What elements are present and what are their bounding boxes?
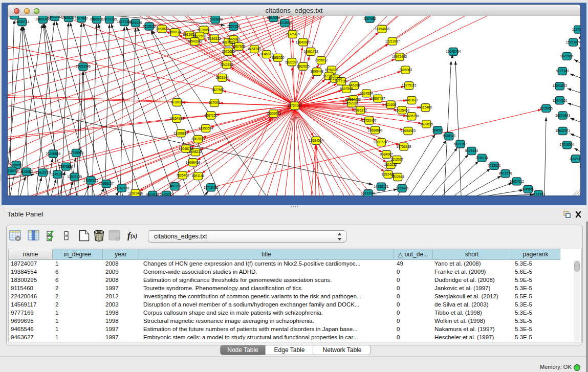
- svg-text:10807487: 10807487: [371, 97, 385, 100]
- svg-text:3915479: 3915479: [8, 169, 18, 172]
- svg-text:19166827: 19166827: [173, 132, 188, 135]
- svg-text:12093872: 12093872: [552, 84, 567, 87]
- svg-text:15751074: 15751074: [566, 40, 580, 44]
- svg-text:11325419: 11325419: [286, 32, 300, 36]
- svg-text:8215955: 8215955: [540, 106, 553, 110]
- svg-text:8226058: 8226058: [198, 28, 211, 32]
- svg-text:9699695: 9699695: [420, 122, 433, 126]
- svg-text:9827503: 9827503: [193, 34, 207, 38]
- svg-text:3624554: 3624554: [360, 92, 373, 95]
- svg-text:18910532: 18910532: [48, 16, 62, 18]
- svg-text:10653257: 10653257: [61, 16, 76, 19]
- svg-text:7632621: 7632621: [488, 164, 501, 167]
- svg-text:19654923: 19654923: [401, 129, 416, 133]
- svg-text:17957225: 17957225: [83, 179, 98, 182]
- svg-text:18807249: 18807249: [374, 140, 388, 144]
- svg-text:10719185: 10719185: [102, 17, 117, 21]
- svg-text:20206536: 20206536: [46, 152, 60, 156]
- svg-text:9463627: 9463627: [405, 98, 419, 102]
- svg-text:8186323: 8186323: [208, 37, 221, 40]
- svg-text:1167534: 1167534: [570, 157, 580, 161]
- svg-text:621605: 621605: [385, 103, 397, 106]
- svg-text:9474444: 9474444: [465, 149, 478, 152]
- svg-text:16495758: 16495758: [404, 114, 419, 118]
- svg-text:2367608: 2367608: [232, 45, 246, 48]
- svg-text:7515526: 7515526: [143, 25, 156, 28]
- svg-text:12923446: 12923446: [128, 191, 143, 195]
- svg-text:1615132: 1615132: [384, 163, 398, 166]
- svg-text:10973493: 10973493: [392, 55, 407, 58]
- svg-text:9457791: 9457791: [168, 184, 182, 188]
- svg-text:2803144: 2803144: [216, 76, 229, 79]
- svg-text:5322037: 5322037: [285, 60, 298, 64]
- svg-text:8454749: 8454749: [248, 47, 261, 51]
- svg-text:5938923: 5938923: [443, 134, 456, 138]
- svg-text:7485063: 7485063: [399, 68, 412, 72]
- svg-text:9777169: 9777169: [335, 79, 348, 83]
- svg-text:9242848: 9242848: [220, 63, 233, 67]
- svg-text:8367833: 8367833: [191, 137, 205, 141]
- svg-text:8990448: 8990448: [311, 70, 324, 73]
- svg-text:9267150: 9267150: [205, 114, 218, 117]
- svg-text:8836974: 8836974: [8, 16, 21, 17]
- svg-text:10958127: 10958127: [99, 182, 114, 185]
- svg-text:16543382: 16543382: [187, 39, 202, 43]
- svg-text:8813054: 8813054: [267, 16, 280, 19]
- svg-text:10782759: 10782759: [114, 186, 129, 190]
- svg-text:2945012: 2945012: [160, 193, 173, 196]
- svg-text:1115682: 1115682: [20, 170, 33, 173]
- svg-text:19654933: 19654933: [169, 117, 184, 120]
- svg-text:7955812: 7955812: [315, 58, 328, 62]
- svg-text:2522544: 2522544: [391, 175, 405, 179]
- svg-text:17359924: 17359924: [69, 151, 84, 155]
- svg-text:12444151: 12444151: [552, 99, 567, 102]
- svg-text:13975887: 13975887: [58, 165, 73, 168]
- svg-text:18724007: 18724007: [287, 104, 302, 107]
- svg-text:10688609: 10688609: [368, 128, 383, 132]
- svg-text:20053346: 20053346: [76, 64, 91, 68]
- svg-text:8498222: 8498222: [189, 150, 202, 154]
- svg-text:19218506: 19218506: [277, 21, 292, 25]
- svg-text:14136141: 14136141: [374, 185, 388, 188]
- svg-text:10233041: 10233041: [361, 191, 376, 195]
- svg-text:1018073: 1018073: [170, 100, 184, 104]
- svg-text:1117384: 1117384: [572, 28, 580, 31]
- svg-text:20364456: 20364456: [346, 98, 361, 101]
- svg-text:10154838: 10154838: [375, 27, 389, 31]
- svg-text:9524512: 9524512: [146, 193, 160, 196]
- svg-text:1612077: 1612077: [390, 158, 404, 161]
- svg-text:7663822: 7663822: [156, 27, 169, 31]
- svg-text:16210643: 16210643: [555, 114, 570, 117]
- svg-text:14099469: 14099469: [186, 161, 201, 164]
- svg-text:16961758: 16961758: [303, 50, 318, 53]
- svg-text:(x): (x): [130, 233, 138, 239]
- svg-text:1527602: 1527602: [75, 16, 88, 20]
- svg-text:15716485: 15716485: [204, 186, 219, 189]
- svg-text:19584554: 19584554: [309, 139, 323, 142]
- svg-text:12213967: 12213967: [385, 39, 400, 43]
- svg-text:7986372: 7986372: [354, 108, 367, 112]
- svg-text:9084067: 9084067: [380, 152, 393, 156]
- svg-text:1546883: 1546883: [227, 37, 241, 41]
- svg-text:12942737: 12942737: [35, 171, 50, 174]
- svg-text:8471676: 8471676: [499, 171, 512, 175]
- svg-text:7357224: 7357224: [227, 25, 241, 28]
- svg-text:12505135: 12505135: [67, 175, 82, 179]
- svg-text:16033809: 16033809: [208, 17, 223, 21]
- svg-text:9245652: 9245652: [521, 187, 535, 191]
- svg-text:9227349: 9227349: [556, 69, 569, 73]
- svg-text:17016504: 17016504: [560, 143, 575, 146]
- svg-text:9151526: 9151526: [129, 21, 142, 25]
- svg-text:6497568: 6497568: [340, 87, 353, 91]
- svg-text:9329966: 9329966: [560, 54, 574, 58]
- svg-text:9115460: 9115460: [419, 105, 432, 109]
- svg-text:16648784: 16648784: [446, 50, 461, 53]
- svg-text:13640910: 13640910: [296, 40, 311, 44]
- svg-text:917005: 917005: [209, 101, 220, 104]
- svg-text:10025453: 10025453: [395, 108, 409, 112]
- svg-text:164095: 164095: [432, 128, 443, 132]
- svg-text:9427552: 9427552: [211, 88, 225, 92]
- svg-text:15302073: 15302073: [266, 112, 281, 115]
- svg-text:1362615: 1362615: [296, 64, 310, 68]
- svg-text:6879197: 6879197: [454, 142, 467, 146]
